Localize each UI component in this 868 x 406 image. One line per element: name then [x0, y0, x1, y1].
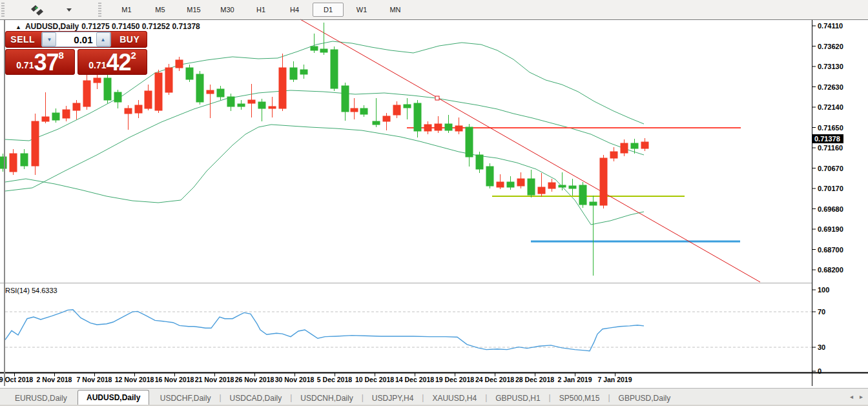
candle: [517, 179, 524, 186]
candle: [32, 121, 39, 166]
candle: [424, 125, 431, 131]
candle: [414, 103, 421, 131]
candle: [207, 90, 214, 94]
candle: [383, 116, 390, 121]
candle: [497, 182, 504, 187]
candle: [445, 124, 452, 130]
bid-prefix: 0.71: [16, 57, 34, 74]
candle: [600, 158, 607, 205]
candle: [269, 107, 276, 108]
rsi-line: [5, 310, 644, 351]
candle: [165, 68, 172, 92]
downtrend-line: [300, 19, 760, 282]
candle: [342, 86, 349, 112]
sell-price-box[interactable]: 0.71378: [5, 49, 75, 75]
price-axis-label: 0.70170: [818, 185, 843, 192]
chart-title: ▲AUDUSD,Daily0.71275 0.71450 0.71252 0.7…: [16, 22, 203, 31]
price-axis-label: 0.69190: [818, 225, 843, 233]
tab-xauusd-h4[interactable]: XAUUSD,H4: [424, 392, 485, 405]
candle: [94, 78, 101, 83]
candle: [320, 49, 327, 52]
candle: [290, 68, 297, 79]
sell-button[interactable]: SELL: [5, 34, 40, 45]
tab-usdchf-daily[interactable]: USDCHF,Daily: [152, 392, 220, 405]
buy-button[interactable]: BUY: [112, 34, 147, 45]
chart-tab-bar: EURUSD,Daily AUDUSD,Daily USDCHF,Daily|U…: [0, 388, 868, 405]
candle: [610, 152, 617, 158]
rsi-axis-label: 30: [818, 343, 825, 351]
candle: [590, 202, 597, 205]
chart-window-left-border: [4, 20, 5, 386]
tab-sp500-m15[interactable]: SP500,M15: [551, 392, 608, 405]
buy-price-box[interactable]: 0.71422: [78, 49, 147, 75]
current-price-tag: 0.71378: [812, 134, 843, 143]
candle: [42, 117, 49, 121]
candle: [621, 143, 628, 153]
candle: [476, 155, 483, 169]
bid-pip: 8: [58, 50, 63, 60]
candle: [538, 187, 545, 194]
candle: [360, 108, 367, 114]
candle: [258, 102, 265, 108]
candle: [135, 105, 142, 113]
tab-usdcad-daily[interactable]: USDCAD,Daily: [222, 392, 291, 405]
tab-scroll-right-icon[interactable]: ▸: [860, 393, 863, 400]
price-axis-label: 0.72630: [818, 83, 843, 91]
tab-gbpusd-h1[interactable]: GBPUSD,H1: [487, 392, 548, 405]
candle: [507, 182, 514, 187]
bollinger-middle-band: [5, 90, 644, 191]
volume-field[interactable]: 0.01: [56, 34, 96, 45]
candle: [393, 105, 400, 115]
candle: [10, 154, 17, 172]
mt4-window: M1M5M15M30H1H4D1W1MN ▲AUDUSD,Daily0.7127…: [0, 0, 868, 406]
price-axis-label: 0.72140: [818, 103, 843, 111]
price-axis-label: 0.69680: [818, 205, 843, 213]
volume-spinner: ▼ 0.01 ▲: [41, 32, 110, 47]
candle: [196, 74, 203, 102]
tab-eurusd-daily[interactable]: EURUSD,Daily: [6, 392, 76, 405]
tab-usdcnh-daily[interactable]: USDCNH,Daily: [292, 392, 361, 405]
ask-pip: 2: [130, 50, 136, 60]
bid-main: 37: [34, 52, 58, 74]
price-axis-label: 0.71160: [818, 144, 843, 152]
candle: [52, 113, 59, 120]
price-axis-label: 0.71650: [818, 124, 843, 132]
tab-scroll-left-icon[interactable]: ◂: [850, 393, 853, 400]
candle: [331, 50, 338, 88]
candle: [73, 103, 80, 110]
candle: [579, 185, 586, 205]
symbol-ohlc: 0.71275 0.71450 0.71252 0.71378: [81, 22, 200, 31]
candle: [455, 126, 462, 131]
candle: [351, 108, 358, 112]
price-axis-label: 0.70670: [818, 165, 843, 172]
price-axis-label: 0.73620: [818, 43, 843, 50]
candle: [248, 100, 255, 103]
rsi-axis-label: 70: [818, 308, 825, 316]
symbol-arrow-icon: ▲: [16, 24, 21, 30]
trade-panel-top-row: SELL ▼ 0.01 ▲ BUY: [5, 31, 147, 48]
rsi-axis-label: 100: [818, 286, 829, 294]
candle: [104, 78, 111, 100]
tab-scroll-arrows: ◂ ▸: [850, 393, 863, 400]
bollinger-lower-band: [5, 125, 644, 225]
tab-audusd-daily[interactable]: AUDUSD,Daily: [78, 390, 149, 405]
one-click-trading-panel: SELL ▼ 0.01 ▲ BUY 0.71378 0.71422: [5, 31, 147, 75]
price-axis-label: 0.68200: [818, 266, 843, 274]
price-axis-label: 0.74110: [818, 22, 843, 30]
candle: [279, 68, 286, 108]
rsi-indicator-label: RSI(14) 54.6333: [5, 287, 57, 294]
price-axis-label: 0.68700: [818, 246, 843, 254]
candle: [0, 157, 6, 168]
tab-gbpusd-daily[interactable]: GBPUSD,Daily: [610, 392, 679, 405]
volume-decrease-button[interactable]: ▼: [42, 32, 56, 46]
ask-prefix: 0.71: [88, 57, 106, 74]
candle: [217, 89, 224, 97]
candle: [63, 110, 70, 118]
ask-main: 42: [106, 52, 130, 74]
time-axis-label: 7 Jan 2019: [589, 376, 641, 383]
tab-usdjpy-h4[interactable]: USDJPY,H4: [364, 392, 422, 405]
candle: [145, 91, 152, 108]
trendline-anchor-marker: [435, 96, 439, 100]
candle: [311, 46, 318, 50]
volume-increase-button[interactable]: ▲: [96, 32, 110, 46]
